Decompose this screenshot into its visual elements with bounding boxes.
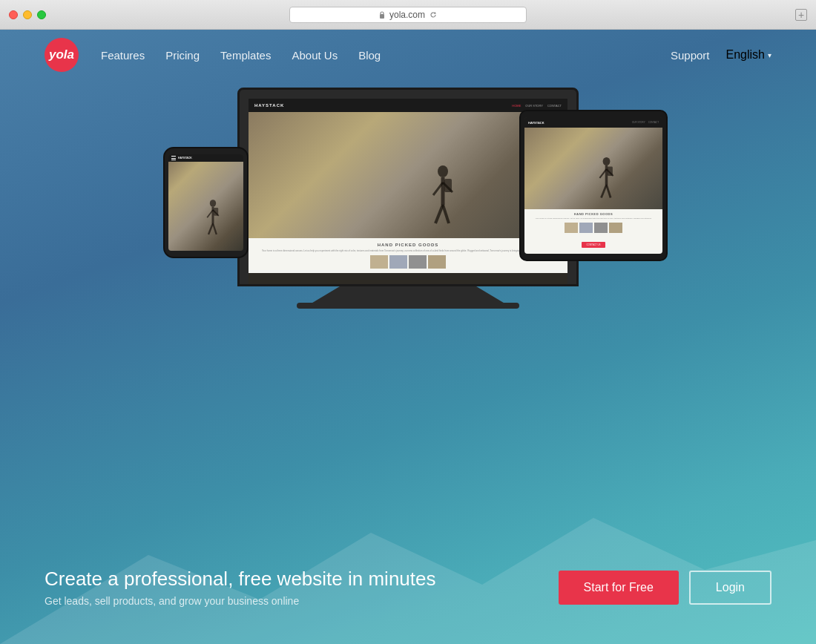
- phone-hero-image: [168, 162, 243, 251]
- svg-line-7: [443, 205, 449, 223]
- url-text: yola.com: [389, 10, 425, 20]
- monitor-thumb-4: [428, 255, 446, 269]
- monitor-nav-story: OUR STORY: [525, 104, 543, 108]
- monitor-section-title: HAND PICKED GOODS: [254, 243, 562, 247]
- header-right: Support English ▾: [671, 48, 771, 62]
- cta-heading: Create a professional, free website in m…: [45, 568, 436, 591]
- svg-line-6: [435, 205, 443, 223]
- phone-screen: HAYSTACK: [168, 154, 243, 251]
- monitor-nav-home: HOME: [512, 104, 521, 108]
- phone-mockup: HAYSTACK: [163, 147, 249, 258]
- chevron-down-icon: ▾: [768, 51, 771, 59]
- phone-logo: HAYSTACK: [178, 157, 192, 160]
- monitor-nav-links: HOME OUR STORY CONTACT: [512, 104, 562, 108]
- browser-right: +: [795, 9, 807, 21]
- main-nav: Features Pricing Templates About Us Blog: [101, 49, 381, 62]
- svg-line-21: [213, 223, 217, 234]
- tablet-section-body: Your home is a three dimensional canvas.…: [528, 217, 659, 220]
- address-bar[interactable]: yola.com: [289, 7, 527, 23]
- tablet-cta: CONTACT US: [528, 235, 659, 249]
- monitor-logo: HAYSTACK: [254, 103, 284, 108]
- tablet-thumb-4: [609, 223, 622, 233]
- svg-line-13: [602, 185, 607, 198]
- nav-blog[interactable]: Blog: [358, 49, 381, 62]
- svg-line-14: [607, 185, 611, 198]
- monitor-section-body: Your home is a three dimensional canvas.…: [254, 249, 562, 252]
- site-header: yola Features Pricing Templates About Us…: [0, 30, 816, 80]
- tablet-thumbnails: [528, 223, 659, 233]
- close-button[interactable]: [9, 10, 18, 19]
- traffic-lights: [9, 10, 46, 19]
- tablet-thumb-1: [565, 223, 578, 233]
- lock-icon: [379, 11, 385, 19]
- svg-line-20: [208, 223, 213, 234]
- minimize-button[interactable]: [23, 10, 32, 19]
- devices-container: HAYSTACK HOME OUR STORY CONTACT: [171, 88, 645, 414]
- tablet-cta-button: CONTACT US: [582, 242, 605, 248]
- tablet-hero-image: [524, 128, 662, 209]
- tablet-nav-link-1: OUR STORY: [632, 121, 645, 124]
- cta-section: Create a professional, free website in m…: [0, 545, 816, 629]
- maximize-button[interactable]: [37, 10, 46, 19]
- tablet-body: HAYSTACK OUR STORY CONTACT: [519, 110, 668, 261]
- monitor-thumbnails: [254, 255, 562, 269]
- nav-features[interactable]: Features: [101, 49, 145, 62]
- reload-icon[interactable]: [430, 11, 437, 19]
- hamburger-icon: [171, 156, 176, 160]
- nav-pricing[interactable]: Pricing: [165, 49, 200, 62]
- monitor-thumb-2: [389, 255, 407, 269]
- monitor-thumb-3: [409, 255, 427, 269]
- tablet-screen: HAYSTACK OUR STORY CONTACT: [524, 117, 662, 254]
- start-for-free-button[interactable]: Start for Free: [559, 571, 679, 605]
- tablet-hiker-silhouette: [593, 154, 619, 206]
- nav-templates[interactable]: Templates: [220, 49, 271, 62]
- tablet-thumb-3: [594, 223, 608, 233]
- tablet-thumb-2: [579, 223, 593, 233]
- svg-rect-15: [608, 167, 613, 177]
- login-button[interactable]: Login: [689, 571, 771, 605]
- svg-point-16: [210, 200, 216, 207]
- cta-text: Create a professional, free website in m…: [45, 568, 436, 607]
- logo[interactable]: yola: [45, 38, 79, 72]
- language-dropdown[interactable]: English ▾: [726, 48, 771, 62]
- tablet-nav: HAYSTACK OUR STORY CONTACT: [524, 117, 662, 128]
- tablet-text-section: HAND PICKED GOODS Your home is a three d…: [524, 209, 662, 254]
- svg-rect-0: [380, 14, 384, 19]
- svg-point-2: [438, 165, 448, 177]
- support-link[interactable]: Support: [671, 49, 710, 62]
- tablet-nav-link-2: CONTACT: [648, 121, 659, 124]
- nav-about-us[interactable]: About Us: [292, 49, 338, 62]
- phone-hiker-silhouette: [202, 193, 224, 245]
- language-label: English: [726, 48, 765, 62]
- svg-rect-8: [444, 179, 452, 192]
- tablet-mockup: HAYSTACK OUR STORY CONTACT: [519, 110, 668, 261]
- website-content: yola Features Pricing Templates About Us…: [0, 30, 816, 644]
- browser-chrome: yola.com +: [0, 0, 816, 30]
- monitor-nav-contact: CONTACT: [547, 104, 562, 108]
- phone-nav: HAYSTACK: [168, 154, 243, 162]
- monitor-thumb-1: [370, 255, 388, 269]
- new-tab-button[interactable]: +: [795, 9, 807, 21]
- monitor-stand: [237, 286, 579, 303]
- tablet-section-title: HAND PICKED GOODS: [528, 212, 659, 216]
- cta-subheading: Get leads, sell products, and grow your …: [45, 595, 436, 607]
- cta-buttons: Start for Free Login: [559, 571, 771, 605]
- svg-rect-22: [214, 208, 219, 216]
- phone-body: HAYSTACK: [163, 147, 249, 258]
- tablet-nav-links: OUR STORY CONTACT: [632, 121, 659, 124]
- svg-point-9: [603, 157, 611, 165]
- tablet-logo: HAYSTACK: [528, 121, 544, 125]
- hiker-silhouette: [424, 164, 461, 231]
- monitor-base: [297, 303, 519, 309]
